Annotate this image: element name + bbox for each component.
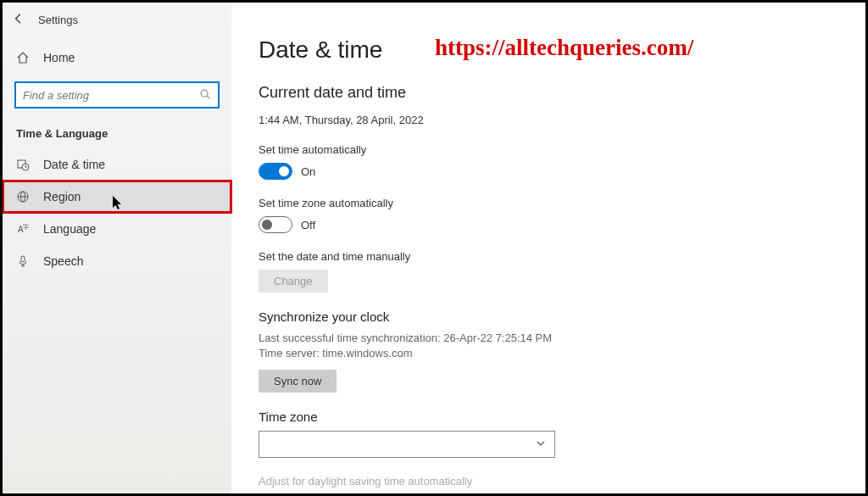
svg-line-1 xyxy=(207,96,209,98)
set-tz-auto-state: Off xyxy=(301,219,315,231)
home-icon xyxy=(16,51,30,64)
sidebar-item-region[interactable]: Region xyxy=(3,181,231,213)
svg-point-0 xyxy=(201,90,208,97)
sidebar: Settings Home Time & Language Date & tim… xyxy=(3,3,231,493)
main-content: Date & time Current date and time 1:44 A… xyxy=(231,3,865,493)
calendar-clock-icon xyxy=(16,158,30,171)
current-date-time-value: 1:44 AM, Thursday, 28 April, 2022 xyxy=(259,114,838,126)
section-current-date-time: Current date and time xyxy=(259,84,838,102)
watermark-overlay: https://alltechqueries.com/ xyxy=(435,35,693,61)
tz-label: Time zone xyxy=(259,410,838,424)
search-icon xyxy=(199,88,211,103)
language-icon: A字 xyxy=(16,222,30,236)
set-time-auto-state: On xyxy=(301,165,315,178)
sidebar-item-label: Language xyxy=(43,222,96,236)
svg-text:字: 字 xyxy=(23,224,29,230)
sidebar-item-date-time[interactable]: Date & time xyxy=(3,148,231,181)
home-label: Home xyxy=(43,51,75,64)
sidebar-item-language[interactable]: A字 Language xyxy=(3,213,231,245)
sync-last-label: Last successful time synchronization: 26… xyxy=(259,331,838,346)
set-manual-label: Set the date and time manually xyxy=(259,250,838,263)
timezone-dropdown[interactable] xyxy=(259,431,555,458)
home-nav[interactable]: Home xyxy=(3,41,231,75)
set-tz-auto-toggle[interactable] xyxy=(259,216,292,233)
dst-label: Adjust for daylight saving time automati… xyxy=(259,475,838,488)
sync-section-title: Synchronize your clock xyxy=(259,309,838,324)
sidebar-item-label: Date & time xyxy=(43,158,105,171)
search-box[interactable] xyxy=(14,81,220,109)
category-label: Time & Language xyxy=(3,115,231,148)
search-input[interactable] xyxy=(23,89,199,102)
sync-server-label: Time server: time.windows.com xyxy=(259,346,838,361)
chevron-down-icon xyxy=(536,438,546,451)
change-button: Change xyxy=(259,270,328,293)
microphone-icon xyxy=(16,254,30,268)
set-tz-auto-label: Set time zone automatically xyxy=(259,197,838,209)
sidebar-header: Settings xyxy=(3,9,231,31)
sync-info: Last successful time synchronization: 26… xyxy=(259,331,838,361)
sync-now-button[interactable]: Sync now xyxy=(259,370,337,393)
back-icon[interactable] xyxy=(13,13,25,27)
set-time-auto-toggle[interactable] xyxy=(259,163,292,180)
app-title: Settings xyxy=(38,14,78,26)
globe-icon xyxy=(16,190,30,203)
sidebar-item-label: Speech xyxy=(43,254,83,268)
svg-rect-9 xyxy=(21,256,25,262)
sidebar-item-speech[interactable]: Speech xyxy=(3,245,231,277)
sidebar-item-label: Region xyxy=(43,190,81,203)
set-time-auto-label: Set time automatically xyxy=(259,143,838,156)
